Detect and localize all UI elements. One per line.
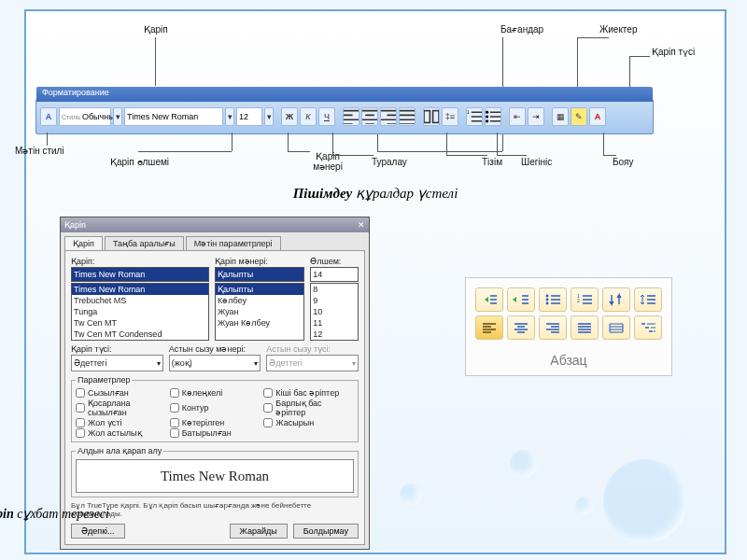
line-spacing-button[interactable]: ‡≡ [442, 107, 458, 126]
distributed-align-button[interactable] [602, 315, 630, 340]
default-button[interactable]: Әдепкі... [71, 524, 125, 539]
decrease-indent-button[interactable]: ⇤ [509, 107, 526, 126]
font-combo[interactable]: Times New Roman [124, 107, 223, 126]
align-left-button[interactable] [343, 107, 359, 126]
paragraph-ribbon-group: 12 Абзац [465, 277, 672, 376]
svg-point-4 [486, 115, 488, 118]
align-left-button[interactable] [475, 315, 503, 340]
align-right-button[interactable] [380, 107, 397, 126]
font-color-dropdown[interactable]: Әдеттегі [71, 355, 163, 371]
dropdown-icon[interactable]: ▾ [113, 107, 122, 126]
callout-font: Қаріп [144, 24, 168, 35]
toolbar-caption: Пішімдеу құралдар үстелі [26, 185, 725, 202]
close-icon[interactable]: ✕ [358, 220, 365, 230]
svg-point-5 [486, 119, 488, 122]
callout-text-style: Мәтін стилі [15, 146, 64, 156]
dropdown-icon[interactable]: ▾ [264, 107, 274, 126]
align-right-button[interactable] [539, 315, 567, 340]
label-size: Өлшем: [310, 257, 359, 266]
decoration-bubble [575, 497, 594, 515]
size-combo[interactable]: 12 [236, 107, 262, 126]
style-combo[interactable]: Стиль Обычный [59, 107, 111, 126]
dropdown-icon[interactable]: ▾ [225, 107, 234, 126]
sort-button[interactable] [602, 287, 630, 312]
effect-checkbox[interactable]: Батырылған [170, 428, 261, 438]
dialog-titlebar[interactable]: Қаріп ✕ [61, 217, 369, 232]
effect-checkbox[interactable]: Кіші бас әріптер [263, 388, 354, 398]
callout-font-size: Қаріп өлшемі [110, 157, 169, 167]
increase-indent-button[interactable]: ⇥ [528, 107, 544, 126]
bold-button[interactable]: Ж [281, 107, 298, 126]
ribbon-group-label: Абзац [466, 349, 671, 375]
ok-button[interactable]: Жарайды [230, 524, 288, 539]
label-underline-color: Астын сызу түсі: [266, 344, 359, 354]
svg-text:2: 2 [577, 298, 580, 303]
multilevel-list-button[interactable] [634, 315, 662, 340]
bullet-list-button[interactable] [485, 107, 501, 126]
svg-rect-1 [433, 111, 439, 123]
underline-button[interactable]: Ч [318, 107, 335, 126]
effects-group: Параметрлер СызылғанКөлеңкеліКіші бас әр… [71, 375, 359, 442]
columns-button[interactable] [423, 107, 440, 126]
bullet-list-button[interactable] [539, 287, 567, 312]
callout-borders: Жиектер [599, 24, 637, 35]
callout-paint: Бояу [613, 157, 634, 167]
italic-button[interactable]: К [300, 107, 317, 126]
numbered-list-button[interactable]: 12 [571, 287, 599, 312]
effect-checkbox[interactable]: Барлық бас әріптер [263, 399, 354, 417]
tab-font[interactable]: Қаріп [64, 236, 103, 250]
font-size-input[interactable]: 14 [310, 267, 359, 282]
effect-checkbox[interactable]: Көтерілген [170, 418, 261, 427]
svg-point-8 [546, 302, 549, 305]
svg-text:1: 1 [467, 110, 470, 115]
callout-list: Тізім [482, 157, 502, 167]
label-underline-style: Астын сызу мәнері: [169, 344, 261, 354]
tab-spacing[interactable]: Таңба аралығы [105, 236, 184, 250]
dialog-title: Қаріп [64, 220, 86, 230]
effect-checkbox[interactable]: Жол үсті [76, 418, 166, 427]
label-font: Қаріп: [71, 257, 209, 266]
font-style-list[interactable]: Қалыпты Көлбеу Жуан Жуан Көлбеу [215, 283, 304, 341]
svg-point-3 [486, 111, 488, 114]
font-dialog: Қаріп ✕ Қаріп Таңба аралығы Мәтін параме… [60, 217, 370, 550]
increase-indent-button[interactable] [507, 287, 535, 312]
align-justify-button[interactable] [571, 315, 599, 340]
align-center-button[interactable] [507, 315, 535, 340]
effect-checkbox[interactable]: Жасырын [263, 418, 354, 427]
underline-color-dropdown: Әдеттегі [266, 355, 359, 371]
label-style: Қаріп мәнері: [215, 257, 304, 266]
label-color: Қаріп түсі: [71, 344, 163, 354]
effect-checkbox[interactable]: Контур [170, 399, 261, 417]
svg-point-7 [546, 299, 549, 301]
font-size-list[interactable]: 8 9 10 11 12 14 [310, 283, 359, 341]
decoration-bubble [400, 483, 422, 506]
numbered-list-button[interactable]: 1 [466, 107, 483, 126]
effect-checkbox[interactable]: Жол астылық [76, 428, 166, 438]
callout-columns: Бағандар [500, 24, 543, 35]
cancel-button[interactable]: Болдырмау [293, 524, 359, 539]
preview-group: Алдын ала қарап алу Times New Roman [71, 446, 359, 497]
tab-text-params[interactable]: Мәтін параметрлері [186, 236, 281, 250]
preview-box: Times New Roman [76, 459, 354, 493]
borders-button[interactable]: ▦ [552, 107, 569, 126]
formatting-toolbar: Форматирование A Стиль Обычный ▾ Times N… [35, 99, 654, 134]
effect-checkbox[interactable]: Көлеңкелі [170, 388, 261, 398]
svg-rect-0 [424, 111, 430, 123]
callout-indent: Шегініс [521, 157, 552, 167]
underline-style-dropdown[interactable]: (жоқ) [169, 355, 261, 371]
svg-point-6 [546, 295, 549, 298]
highlight-button[interactable]: ✎ [571, 107, 587, 126]
decoration-bubble [603, 459, 687, 543]
align-justify-button[interactable] [399, 107, 416, 126]
effect-checkbox[interactable]: Қосарлана сызылған [76, 399, 166, 417]
font-style-input[interactable]: Қалыпты [215, 267, 304, 282]
align-center-button[interactable] [361, 107, 378, 126]
font-name-input[interactable]: Times New Roman [71, 267, 209, 282]
style-icon[interactable]: A [40, 107, 57, 126]
line-spacing-button[interactable] [634, 287, 662, 312]
decrease-indent-button[interactable] [475, 287, 503, 312]
font-list[interactable]: Times New Roman Trebuchet MS Tunga Tw Ce… [71, 283, 209, 341]
effect-checkbox[interactable]: Сызылған [76, 388, 166, 398]
dialog-caption: Қаріп сұхбат терезесі [0, 506, 232, 522]
font-color-button[interactable]: A [589, 107, 606, 126]
